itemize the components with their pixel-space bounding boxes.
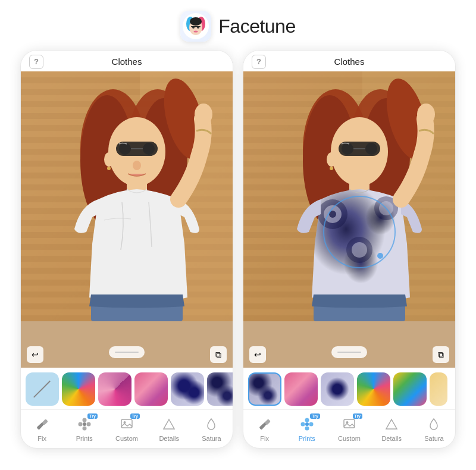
- photo-controls-left: ↩ ⧉: [21, 346, 233, 363]
- swatch-floral-right[interactable]: [284, 372, 318, 406]
- drop-icon-left: [203, 416, 220, 433]
- tool-custom-left[interactable]: Try Custom: [105, 412, 148, 442]
- tool-prints-left[interactable]: Try Prints: [63, 412, 105, 442]
- phone-left-photo: ↩ ⧉: [21, 71, 233, 368]
- swatch-partial-right[interactable]: [430, 372, 447, 406]
- phone-left: ? Clothes: [20, 50, 233, 449]
- tool-details-label-left: Details: [159, 435, 179, 442]
- tool-details-left[interactable]: Details: [148, 412, 190, 442]
- phone-left-header: ? Clothes: [21, 51, 233, 71]
- svg-point-53: [327, 152, 336, 167]
- swatch-tiedye1-left[interactable]: [171, 372, 204, 406]
- svg-point-22: [143, 143, 155, 155]
- help-button-right[interactable]: ?: [252, 55, 266, 69]
- svg-point-64: [417, 104, 435, 125]
- tool-details-right[interactable]: Details: [371, 412, 413, 442]
- tool-satura-label-left: Satura: [202, 435, 221, 442]
- svg-point-29: [195, 104, 212, 125]
- try-badge-prints-left: Try: [87, 413, 98, 419]
- layers-button-right[interactable]: ⧉: [433, 346, 449, 363]
- phone-right-photo: ↩ ⧉: [243, 71, 455, 368]
- undo-button-left[interactable]: ↩: [27, 346, 43, 363]
- svg-point-54: [330, 167, 333, 170]
- svg-point-70: [305, 427, 309, 431]
- svg-point-68: [305, 422, 309, 426]
- swatch-spiral-right[interactable]: [357, 372, 390, 406]
- tool-custom-right[interactable]: Try Custom: [328, 412, 370, 442]
- app-icon-svg: [183, 13, 209, 39]
- svg-point-51: [365, 143, 377, 155]
- swatch-colorful-right[interactable]: [393, 372, 427, 406]
- app-icon: [180, 11, 211, 42]
- photo-right-svg: [243, 71, 455, 321]
- swatch-tiedye2-left[interactable]: [207, 372, 233, 406]
- layers-button-left[interactable]: ⧉: [210, 346, 227, 363]
- svg-point-74: [346, 421, 349, 424]
- svg-point-31: [83, 422, 86, 426]
- svg-point-4: [190, 17, 202, 26]
- svg-point-8: [194, 31, 198, 33]
- tool-fix-right[interactable]: Fix: [243, 412, 286, 442]
- try-badge-custom-left: Try: [130, 413, 140, 419]
- phone-right-title: Clothes: [334, 57, 365, 67]
- phone-right-header: ? Clothes: [243, 51, 455, 71]
- tool-prints-label-right: Prints: [299, 435, 315, 442]
- swatches-left: [21, 368, 233, 409]
- svg-point-35: [86, 422, 90, 427]
- toolbar-right: Fix Try Prints: [243, 409, 455, 448]
- tool-satura-label-right: Satura: [424, 435, 443, 442]
- svg-point-24: [133, 161, 141, 170]
- tool-fix-label-left: Fix: [37, 435, 46, 442]
- svg-point-25: [104, 152, 114, 167]
- help-button-left[interactable]: ?: [29, 55, 43, 69]
- swatch-spiral-pink-left[interactable]: [98, 372, 131, 406]
- phone-left-title: Clothes: [112, 57, 142, 67]
- svg-point-62: [352, 242, 367, 258]
- drop-icon-right: [425, 416, 442, 433]
- tool-fix-left[interactable]: Fix: [21, 412, 63, 442]
- svg-point-50: [342, 143, 353, 155]
- svg-rect-36: [121, 419, 132, 428]
- swatch-none-left[interactable]: [26, 372, 59, 406]
- svg-rect-7: [191, 26, 201, 27]
- triangle-icon-right: [383, 416, 400, 433]
- app-title: Facetune: [218, 15, 295, 37]
- photo-left-svg: [21, 71, 233, 321]
- tool-custom-label-left: Custom: [115, 435, 138, 442]
- phones-container: ? Clothes: [0, 50, 476, 449]
- tool-satura-right[interactable]: Satura: [413, 412, 455, 442]
- slider-right[interactable]: [331, 346, 367, 358]
- svg-point-37: [124, 421, 126, 424]
- tool-prints-label-left: Prints: [76, 435, 93, 442]
- app-header: Facetune: [180, 0, 295, 50]
- svg-point-32: [82, 418, 86, 422]
- swatch-floral-left[interactable]: [134, 372, 168, 406]
- tool-details-label-right: Details: [381, 435, 402, 442]
- tool-prints-right[interactable]: Try Prints: [286, 412, 328, 442]
- svg-point-21: [119, 143, 131, 155]
- swatch-spiral-blue-left[interactable]: [62, 372, 95, 406]
- swatch-tiedye3-right[interactable]: [321, 372, 354, 406]
- swatches-right: [243, 368, 455, 409]
- triangle-icon-left: [161, 416, 177, 433]
- svg-point-66: [377, 253, 383, 259]
- tool-fix-label-right: Fix: [260, 435, 269, 442]
- toolbar-left: Fix Try Prints: [21, 409, 233, 448]
- svg-point-33: [82, 427, 86, 431]
- svg-point-71: [300, 422, 305, 427]
- undo-button-right[interactable]: ↩: [249, 346, 266, 363]
- swatch-tiedye-selected-right[interactable]: [248, 372, 281, 406]
- svg-rect-73: [344, 419, 355, 428]
- photo-controls-right: ↩ ⧉: [243, 346, 455, 363]
- slider-left[interactable]: [109, 346, 145, 358]
- svg-point-26: [107, 167, 111, 170]
- paint-brush-icon-right: [256, 416, 273, 433]
- try-badge-custom-right: Try: [353, 413, 363, 419]
- svg-point-72: [309, 422, 313, 427]
- svg-point-69: [305, 418, 309, 422]
- tool-satura-left[interactable]: Satura: [190, 412, 233, 442]
- svg-point-34: [78, 422, 82, 427]
- try-badge-prints-right: Try: [310, 413, 320, 419]
- phone-right: ? Clothes: [243, 50, 456, 449]
- paint-brush-icon-left: [34, 416, 51, 433]
